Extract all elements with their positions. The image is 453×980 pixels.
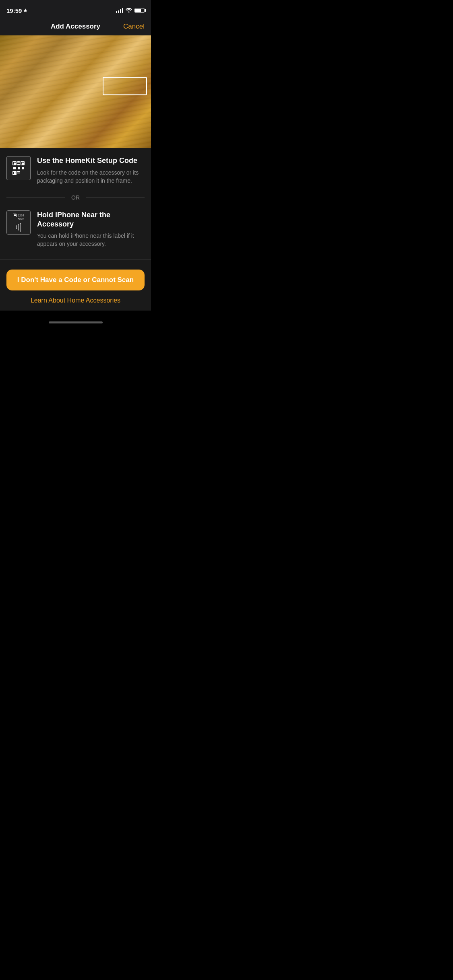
nfc-desc: You can hold iPhone near this label if i… [37, 232, 145, 248]
bottom-separator [0, 259, 151, 260]
divider-line-right [86, 198, 145, 198]
or-divider: OR [0, 194, 151, 201]
divider-line-left [6, 198, 65, 198]
wifi-icon [126, 7, 132, 14]
no-code-button[interactable]: I Don't Have a Code or Cannot Scan [6, 270, 145, 290]
status-icons [116, 7, 145, 14]
nav-header: Add Accessory Cancel [0, 18, 151, 35]
scan-frame [103, 77, 147, 95]
nfc-section: 12345678 Hold iPhone Near the Accessory … [0, 202, 151, 256]
nfc-text: Hold iPhone Near the Accessory You can h… [37, 210, 145, 248]
qr-code-icon [6, 156, 31, 180]
location-icon [23, 8, 27, 12]
home-indicator [49, 321, 103, 323]
bottom-panel: Use the HomeKit Setup Code Look for the … [0, 148, 151, 311]
nfc-icon: 12345678 [6, 210, 31, 235]
homekit-code-text: Use the HomeKit Setup Code Look for the … [37, 156, 145, 185]
homekit-code-title: Use the HomeKit Setup Code [37, 156, 145, 165]
cta-section: I Don't Have a Code or Cannot Scan Learn… [0, 263, 151, 311]
learn-link[interactable]: Learn About Home Accessories [6, 297, 145, 304]
cancel-button[interactable]: Cancel [123, 23, 145, 31]
signal-icon [116, 8, 123, 13]
camera-view [0, 35, 151, 148]
time-display: 19:59 [6, 7, 22, 14]
status-time: 19:59 [6, 7, 27, 14]
nfc-title: Hold iPhone Near the Accessory [37, 210, 145, 229]
homekit-code-desc: Look for the code on the accessory or it… [37, 169, 145, 185]
status-bar: 19:59 [0, 0, 151, 18]
homekit-code-section: Use the HomeKit Setup Code Look for the … [0, 148, 151, 193]
page-title: Add Accessory [51, 23, 100, 31]
or-label: OR [65, 194, 86, 201]
svg-point-0 [128, 11, 129, 12]
battery-icon [134, 8, 145, 13]
